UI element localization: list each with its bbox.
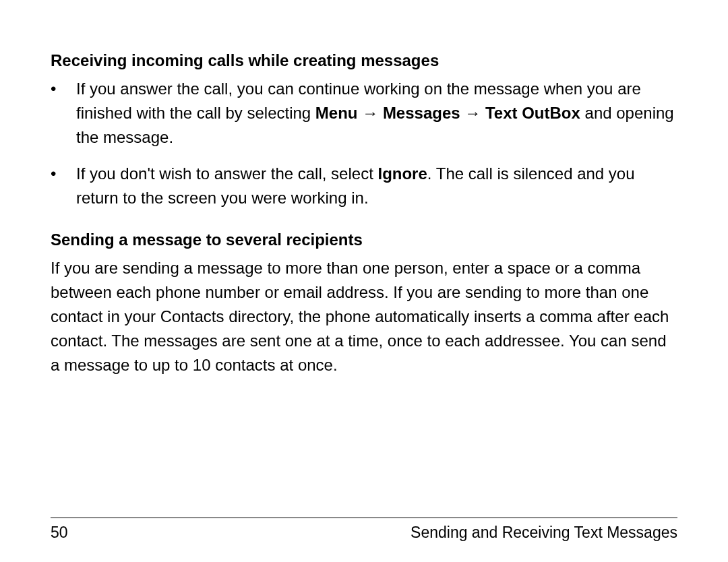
arrow-icon: → <box>358 104 383 122</box>
section-heading-several-recipients: Sending a message to several recipients <box>51 228 677 252</box>
footer-row: 50 Sending and Receiving Text Messages <box>51 524 677 542</box>
chapter-title: Sending and Receiving Text Messages <box>411 524 677 542</box>
bullet-item-ignore-call: If you don't wish to answer the call, se… <box>51 162 677 210</box>
bullet-item-answer-call: If you answer the call, you can continue… <box>51 77 677 150</box>
arrow-icon: → <box>460 104 485 122</box>
menu-path-menu: Menu <box>315 104 358 122</box>
page-footer: 50 Sending and Receiving Text Messages <box>51 518 677 542</box>
page-number: 50 <box>51 524 68 542</box>
footer-divider <box>51 518 677 518</box>
paragraph-several-recipients: If you are sending a message to more tha… <box>51 256 677 377</box>
page-content: Receiving incoming calls while creating … <box>51 49 677 377</box>
text-fragment: If you don't wish to answer the call, se… <box>76 164 377 183</box>
manual-page: Receiving incoming calls while creating … <box>0 0 728 562</box>
menu-path-ignore: Ignore <box>377 164 427 183</box>
section-heading-incoming-calls: Receiving incoming calls while creating … <box>51 49 677 73</box>
menu-path-messages: Messages <box>383 104 460 122</box>
menu-path-text-outbox: Text OutBox <box>485 104 580 122</box>
bullet-list-1: If you answer the call, you can continue… <box>51 77 677 210</box>
